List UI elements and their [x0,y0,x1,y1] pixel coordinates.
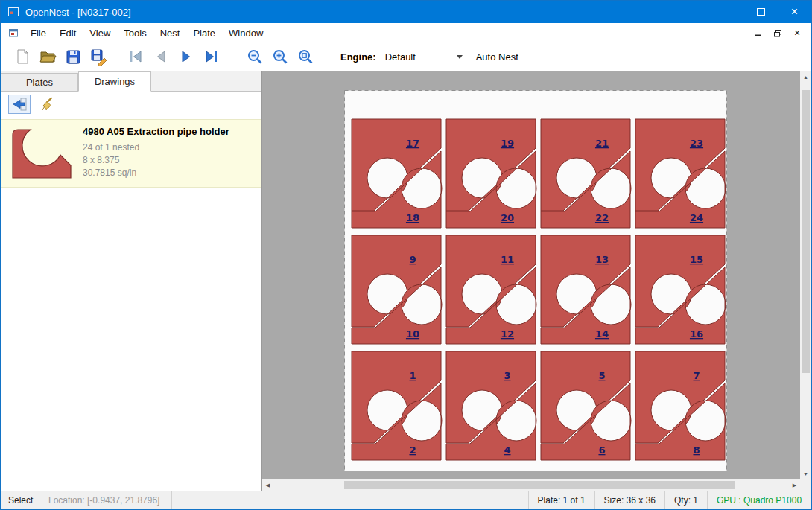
app-window: OpenNest - [N0317-002] – × File Edit Vie… [0,0,812,510]
main-area: Plates Drawings [1,71,811,491]
mdi-restore-icon [773,29,782,37]
part-number-top: 7 [693,370,700,381]
part-number-top: 13 [595,254,609,265]
menu-window[interactable]: Window [222,25,270,42]
scroll-left-button[interactable]: ◀ [262,479,273,491]
first-plate-button[interactable] [123,45,148,68]
status-bar: Select Location: [-0.9437, 21.8796] Plat… [1,491,811,509]
menu-plate[interactable]: Plate [186,25,222,42]
part-number-top: 15 [690,254,703,265]
floppy-pencil-icon [89,48,107,66]
part-number-bottom: 4 [504,444,510,456]
menu-edit[interactable]: Edit [53,25,83,42]
nest-canvas[interactable]: 171819202122232491011121314151612345678 … [262,71,811,491]
part-number-top: 23 [690,138,703,149]
title-bar: OpenNest - [N0317-002] – × [1,1,811,23]
drawing-nested-count: 24 of 1 nested [83,141,229,154]
menu-file[interactable]: File [24,25,53,42]
left-panel: Plates Drawings [1,71,262,491]
panel-tabs: Plates Drawings [1,71,261,92]
drawing-area: 30.7815 sq/in [83,167,229,179]
mdi-restore-button[interactable] [770,26,786,39]
part-number-top: 11 [501,254,514,265]
horizontal-scrollbar[interactable]: ◀ ▶ [262,479,800,491]
zoom-in-button[interactable] [267,45,293,68]
window-title: OpenNest - [N0317-002] [25,7,131,18]
drawing-info: 4980 A05 Extraction pipe holder 24 of 1 … [83,123,229,179]
zoom-out-button[interactable] [242,45,267,68]
save-edit-button[interactable] [86,45,111,68]
part-number-top: 9 [409,254,416,265]
part-number-top: 19 [501,138,514,149]
part-number-bottom: 20 [501,212,514,223]
tab-drawings[interactable]: Drawings [78,71,151,92]
drawing-dimensions: 8 x 8.375 [83,154,229,167]
nest-plate-svg[interactable]: 171819202122232491011121314151612345678 [344,90,727,471]
clean-button[interactable] [37,95,59,114]
new-button[interactable] [10,45,35,68]
zoom-extents-icon [296,48,314,66]
save-floppy-icon [64,48,82,66]
part-number-bottom: 2 [409,444,416,456]
part-number-top: 5 [598,370,605,381]
part-number-bottom: 22 [595,212,609,223]
scroll-up-button[interactable]: ▲ [800,71,811,83]
engine-value: Default [385,51,416,63]
minimize-button[interactable]: – [711,1,744,23]
broom-icon [39,95,57,113]
status-plate: Plate: 1 of 1 [528,491,594,509]
maximize-icon [757,8,765,16]
scroll-down-button[interactable]: ▼ [800,468,811,479]
drawing-list-item[interactable]: 4980 A05 Extraction pipe holder 24 of 1 … [1,119,261,188]
menu-view[interactable]: View [83,25,117,42]
tab-plates[interactable]: Plates [1,73,78,91]
open-folder-icon [39,48,57,66]
vertical-scrollbar[interactable]: ▲ ▼ [800,71,811,479]
main-toolbar: Engine: Default Auto Nest [1,42,811,71]
part-number-top: 1 [409,370,416,381]
save-button[interactable] [60,45,86,68]
document-icon [7,27,19,39]
mdi-minimize-button[interactable] [750,26,767,39]
part-number-bottom: 8 [693,444,700,456]
next-plate-button[interactable] [174,45,199,68]
part-number-bottom: 18 [406,212,419,223]
scroll-right-button[interactable]: ▶ [789,479,800,491]
status-qty: Qty: 1 [664,491,707,509]
part-number-top: 17 [406,138,419,149]
engine-label: Engine: [340,51,376,63]
blue-arrow-left-icon [10,95,28,113]
part-number-bottom: 16 [690,328,703,340]
last-plate-button[interactable] [199,45,224,68]
engine-dropdown[interactable]: Default [382,48,466,65]
scrollbar-corner [800,479,811,491]
part-number-top: 3 [504,370,510,381]
zoom-in-icon [271,48,289,66]
maximize-button[interactable] [744,1,778,23]
drawing-title: 4980 A05 Extraction pipe holder [83,126,229,137]
horizontal-scroll-thumb[interactable] [344,481,735,489]
zoom-extents-button[interactable] [293,45,318,68]
menu-tools[interactable]: Tools [117,25,153,42]
menu-nest[interactable]: Nest [153,25,187,42]
last-arrow-icon [203,48,221,66]
part-number-top: 21 [595,138,609,149]
part-number-bottom: 14 [595,328,609,340]
plate[interactable]: 171819202122232491011121314151612345678 [344,90,727,474]
close-button[interactable]: × [778,1,811,23]
status-location: Location: [-0.9437, 21.8796] [39,491,172,509]
mdi-close-button[interactable]: × [789,26,805,39]
drawings-toolbar [1,92,261,117]
status-gpu: GPU : Quadro P1000 [707,491,811,509]
chevron-down-icon [457,55,463,59]
previous-arrow-icon [152,48,170,66]
auto-nest-button[interactable]: Auto Nest [476,51,518,63]
part-number-bottom: 6 [598,444,605,456]
menu-bar: File Edit View Tools Nest Plate Window × [1,23,811,42]
previous-plate-button[interactable] [148,45,174,68]
first-arrow-icon [127,48,145,66]
open-button[interactable] [35,45,60,68]
vertical-scroll-thumb[interactable] [802,90,810,373]
send-to-plate-button[interactable] [8,95,31,114]
part-number-bottom: 10 [406,328,419,340]
